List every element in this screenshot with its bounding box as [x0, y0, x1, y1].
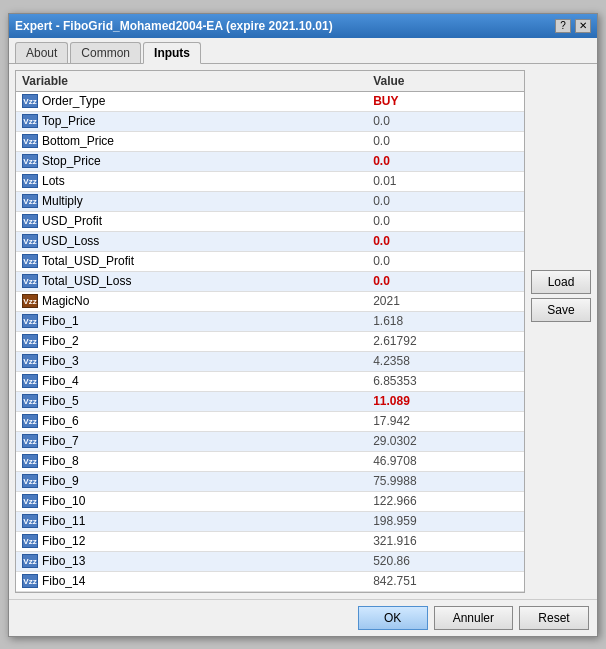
- table-row[interactable]: Vzz Fibo_10 122.966: [16, 491, 524, 511]
- variable-cell: Vzz MagicNo: [16, 291, 367, 311]
- variable-cell: Vzz Top_Price: [16, 111, 367, 131]
- var-icon: Vzz: [22, 134, 38, 148]
- variable-cell: Vzz Fibo_13: [16, 551, 367, 571]
- var-name: USD_Loss: [42, 234, 99, 248]
- table-row[interactable]: Vzz Fibo_6 17.942: [16, 411, 524, 431]
- value-text: 0.01: [373, 174, 396, 188]
- table-row[interactable]: Vzz USD_Loss 0.0: [16, 231, 524, 251]
- value-text: 0.0: [373, 254, 390, 268]
- variable-cell: Vzz Fibo_12: [16, 531, 367, 551]
- table-row[interactable]: Vzz Lots 0.01: [16, 171, 524, 191]
- table-row[interactable]: Vzz Stop_Price 0.0: [16, 151, 524, 171]
- var-icon: Vzz: [22, 454, 38, 468]
- var-icon: Vzz: [22, 254, 38, 268]
- value-cell: 6.85353: [367, 371, 524, 391]
- ok-button[interactable]: OK: [358, 606, 428, 630]
- table-row[interactable]: Vzz Bottom_Price 0.0: [16, 131, 524, 151]
- table-row[interactable]: Vzz Order_Type BUY: [16, 91, 524, 111]
- tab-about[interactable]: About: [15, 42, 68, 63]
- value-cell: 75.9988: [367, 471, 524, 491]
- var-name: Fibo_7: [42, 434, 79, 448]
- annuler-button[interactable]: Annuler: [434, 606, 513, 630]
- table-row[interactable]: Vzz Fibo_13 520.86: [16, 551, 524, 571]
- table-row[interactable]: Vzz USD_Profit 0.0: [16, 211, 524, 231]
- variable-cell: Vzz Multiply: [16, 191, 367, 211]
- value-cell: 122.966: [367, 491, 524, 511]
- title-bar: Expert - FiboGrid_Mohamed2004-EA (expire…: [9, 14, 597, 38]
- var-icon: Vzz: [22, 154, 38, 168]
- variable-cell: Vzz Total_USD_Profit: [16, 251, 367, 271]
- table-row[interactable]: Vzz Fibo_4 6.85353: [16, 371, 524, 391]
- var-name: USD_Profit: [42, 214, 102, 228]
- table-row[interactable]: Vzz Fibo_3 4.2358: [16, 351, 524, 371]
- reset-button[interactable]: Reset: [519, 606, 589, 630]
- value-text: 0.0: [373, 134, 390, 148]
- var-name: Fibo_6: [42, 414, 79, 428]
- variable-cell: Vzz Fibo_10: [16, 491, 367, 511]
- table-row[interactable]: Vzz Fibo_9 75.9988: [16, 471, 524, 491]
- sidebar-buttons: Load Save: [531, 70, 591, 593]
- variable-cell: Vzz Fibo_3: [16, 351, 367, 371]
- table-row[interactable]: Vzz Multiply 0.0: [16, 191, 524, 211]
- value-text: 46.9708: [373, 454, 416, 468]
- close-button[interactable]: ✕: [575, 19, 591, 33]
- table-row[interactable]: Vzz Fibo_1 1.618: [16, 311, 524, 331]
- value-cell: 46.9708: [367, 451, 524, 471]
- variable-cell: Vzz Fibo_5: [16, 391, 367, 411]
- variable-cell: Vzz USD_Loss: [16, 231, 367, 251]
- table-row[interactable]: Vzz Fibo_12 321.916: [16, 531, 524, 551]
- var-name: MagicNo: [42, 294, 89, 308]
- content-area: Variable Value Vzz Order_Type BUY Vzz To…: [9, 64, 597, 599]
- variable-cell: Vzz Stop_Price: [16, 151, 367, 171]
- var-icon: Vzz: [22, 214, 38, 228]
- value-cell: 0.0: [367, 111, 524, 131]
- value-cell: 0.0: [367, 271, 524, 291]
- load-button[interactable]: Load: [531, 270, 591, 294]
- var-name: Lots: [42, 174, 65, 188]
- table-row[interactable]: Vzz Fibo_2 2.61792: [16, 331, 524, 351]
- variable-cell: Vzz Fibo_2: [16, 331, 367, 351]
- var-name: Fibo_11: [42, 514, 85, 528]
- var-icon: Vzz: [22, 434, 38, 448]
- table-row[interactable]: Vzz Fibo_14 842.751: [16, 571, 524, 591]
- value-text: 0.0: [373, 154, 390, 168]
- save-button[interactable]: Save: [531, 298, 591, 322]
- table-row[interactable]: Vzz Top_Price 0.0: [16, 111, 524, 131]
- value-text: 6.85353: [373, 374, 416, 388]
- table-row[interactable]: Vzz Total_USD_Profit 0.0: [16, 251, 524, 271]
- window-title: Expert - FiboGrid_Mohamed2004-EA (expire…: [15, 19, 333, 33]
- var-icon: Vzz: [22, 194, 38, 208]
- var-name: Top_Price: [42, 114, 95, 128]
- var-name: Order_Type: [42, 94, 105, 108]
- var-icon: Vzz: [22, 354, 38, 368]
- value-cell: 11.089: [367, 391, 524, 411]
- value-text: 122.966: [373, 494, 416, 508]
- var-name: Multiply: [42, 194, 83, 208]
- var-name: Fibo_12: [42, 534, 85, 548]
- var-name: Fibo_1: [42, 314, 79, 328]
- value-cell: 0.0: [367, 231, 524, 251]
- var-icon: Vzz: [22, 274, 38, 288]
- tab-common[interactable]: Common: [70, 42, 141, 63]
- table-row[interactable]: Vzz Fibo_8 46.9708: [16, 451, 524, 471]
- table-row[interactable]: Vzz Fibo_5 11.089: [16, 391, 524, 411]
- var-icon: Vzz: [22, 294, 38, 308]
- value-text: 29.0302: [373, 434, 416, 448]
- value-cell: 2021: [367, 291, 524, 311]
- inputs-table-container: Variable Value Vzz Order_Type BUY Vzz To…: [15, 70, 525, 593]
- table-row[interactable]: Vzz MagicNo 2021: [16, 291, 524, 311]
- var-name: Fibo_14: [42, 574, 85, 588]
- value-text: 0.0: [373, 234, 390, 248]
- value-text: 0.0: [373, 114, 390, 128]
- value-text: 198.959: [373, 514, 416, 528]
- variable-cell: Vzz USD_Profit: [16, 211, 367, 231]
- table-row[interactable]: Vzz Total_USD_Loss 0.0: [16, 271, 524, 291]
- table-row[interactable]: Vzz Fibo_11 198.959: [16, 511, 524, 531]
- help-button[interactable]: ?: [555, 19, 571, 33]
- col-variable-header: Variable: [16, 71, 367, 92]
- tab-inputs[interactable]: Inputs: [143, 42, 201, 64]
- value-cell: 1.618: [367, 311, 524, 331]
- value-cell: 0.0: [367, 251, 524, 271]
- table-row[interactable]: Vzz Fibo_7 29.0302: [16, 431, 524, 451]
- value-text: 0.0: [373, 274, 390, 288]
